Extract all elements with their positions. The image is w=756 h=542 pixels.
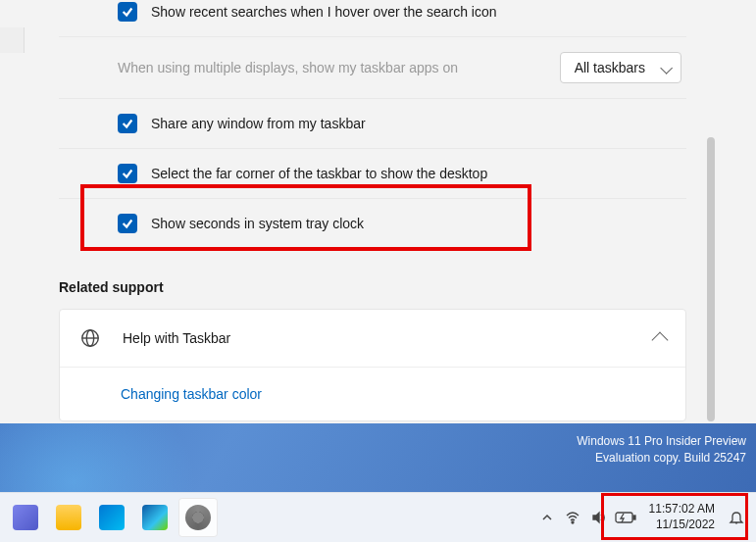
- taskbar-app-settings[interactable]: [178, 498, 218, 537]
- checkbox-show-seconds[interactable]: [118, 214, 137, 233]
- chevron-up-icon: [652, 332, 669, 349]
- option-label: When using multiple displays, show my ta…: [118, 60, 458, 75]
- tray-notifications[interactable]: [725, 498, 748, 537]
- chevron-up-icon: [541, 512, 553, 523]
- speaker-icon: [590, 510, 606, 525]
- system-tray: 11:57:02 AM 11/15/2022: [535, 498, 756, 537]
- option-share-window[interactable]: Share any window from my taskbar: [59, 99, 686, 149]
- taskbar-app-edge[interactable]: [135, 498, 175, 537]
- dropdown-value: All taskbars: [575, 60, 645, 75]
- section-title-related: Related support: [59, 279, 686, 295]
- bell-icon: [729, 510, 744, 525]
- store-icon: [99, 505, 125, 530]
- option-multi-display: When using multiple displays, show my ta…: [59, 37, 686, 99]
- option-show-seconds[interactable]: Show seconds in system tray clock: [59, 199, 686, 248]
- tray-battery[interactable]: [612, 498, 639, 537]
- option-far-corner[interactable]: Select the far corner of the taskbar to …: [59, 149, 686, 199]
- clock-date: 11/15/2022: [649, 517, 715, 533]
- folder-icon: [56, 505, 81, 530]
- check-icon: [121, 167, 134, 180]
- help-link-row[interactable]: Changing taskbar color: [60, 367, 685, 420]
- windows-watermark: Windows 11 Pro Insider Preview Evaluatio…: [577, 433, 746, 467]
- settings-panel: Show recent searches when I hover over t…: [39, 0, 716, 423]
- option-label: Show seconds in system tray clock: [151, 216, 364, 231]
- help-header[interactable]: Help with Taskbar: [60, 310, 685, 367]
- option-label: Show recent searches when I hover over t…: [151, 4, 497, 20]
- globe-icon: [79, 327, 101, 349]
- battery-icon: [615, 511, 636, 524]
- checkbox-far-corner[interactable]: [118, 164, 137, 183]
- watermark-line2: Evaluation copy. Build 25247: [577, 450, 746, 467]
- checkbox-recent-searches[interactable]: [118, 2, 137, 22]
- taskbar: 11:57:02 AM 11/15/2022: [0, 492, 756, 542]
- checkbox-share-window[interactable]: [118, 114, 137, 133]
- sidebar-stub: [0, 27, 25, 53]
- taskbar-app-store[interactable]: [92, 498, 131, 537]
- help-card: Help with Taskbar Changing taskbar color: [59, 309, 686, 421]
- clock-time: 11:57:02 AM: [649, 502, 715, 517]
- help-link[interactable]: Changing taskbar color: [121, 386, 262, 402]
- check-icon: [121, 5, 134, 19]
- option-label: Share any window from my taskbar: [151, 116, 366, 131]
- svg-point-3: [572, 521, 574, 523]
- option-label: Select the far corner of the taskbar to …: [151, 166, 487, 181]
- taskbar-app-explorer[interactable]: [49, 498, 88, 537]
- svg-rect-4: [616, 513, 632, 522]
- wifi-icon: [565, 510, 580, 525]
- tray-clock[interactable]: 11:57:02 AM 11/15/2022: [641, 502, 723, 532]
- tray-overflow[interactable]: [535, 498, 559, 537]
- watermark-line1: Windows 11 Pro Insider Preview: [577, 433, 746, 450]
- tray-volume[interactable]: [586, 498, 610, 537]
- taskbar-app-teams[interactable]: [6, 498, 45, 537]
- taskbar-apps: [0, 498, 218, 537]
- tray-wifi[interactable]: [561, 498, 584, 537]
- check-icon: [121, 117, 134, 130]
- check-icon: [121, 217, 134, 230]
- edge-icon: [142, 505, 168, 530]
- desktop-wallpaper: Windows 11 Pro Insider Preview Evaluatio…: [0, 423, 756, 492]
- teams-icon: [13, 505, 38, 530]
- svg-rect-5: [633, 516, 635, 519]
- help-title: Help with Taskbar: [123, 330, 654, 346]
- scrollbar[interactable]: [707, 137, 715, 421]
- option-recent-searches[interactable]: Show recent searches when I hover over t…: [59, 0, 686, 37]
- gear-icon: [185, 505, 211, 530]
- dropdown-taskbar-displays[interactable]: All taskbars: [560, 52, 681, 83]
